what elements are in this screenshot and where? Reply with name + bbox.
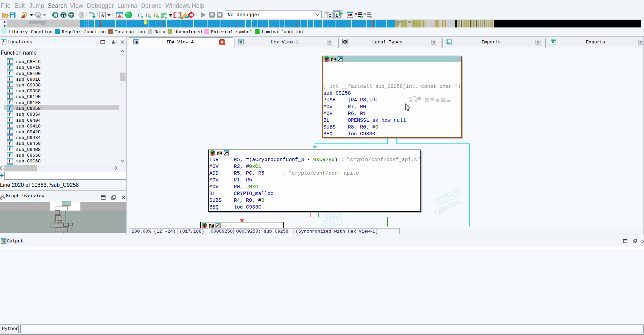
svg-text:C: C	[336, 13, 339, 18]
svg-text:No debugger: No debugger	[228, 12, 260, 18]
svg-text:#: #	[54, 14, 57, 18]
svg-text:NUM: NUM	[69, 14, 74, 17]
svg-text:T: T	[62, 13, 65, 17]
svg-text:C: C	[328, 13, 331, 18]
svg-text:O: O	[344, 40, 346, 43]
svg-text:A: A	[101, 13, 105, 18]
